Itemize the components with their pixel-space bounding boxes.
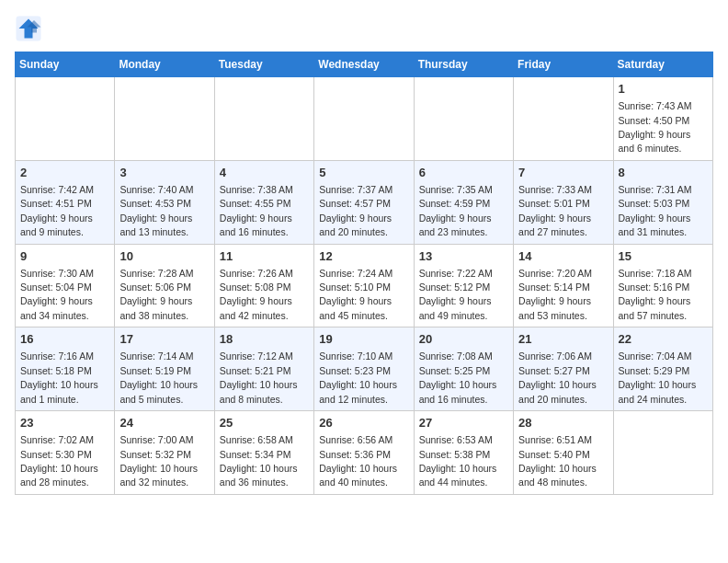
calendar-cell: 12Sunrise: 7:24 AM Sunset: 5:10 PM Dayli… [314,244,414,327]
day-info: Sunrise: 6:58 AM Sunset: 5:34 PM Dayligh… [220,434,301,488]
calendar-cell: 21Sunrise: 7:06 AM Sunset: 5:27 PM Dayli… [514,327,613,411]
day-number: 1 [619,81,708,98]
weekday-header-monday: Monday [115,52,214,77]
day-info: Sunrise: 7:37 AM Sunset: 4:57 PM Dayligh… [319,184,394,237]
day-number: 8 [619,165,708,181]
day-info: Sunrise: 7:31 AM Sunset: 5:03 PM Dayligh… [619,184,694,237]
day-info: Sunrise: 7:14 AM Sunset: 5:19 PM Dayligh… [119,350,200,404]
calendar-week-row: 23Sunrise: 7:02 AM Sunset: 5:30 PM Dayli… [16,411,713,495]
calendar-cell: 20Sunrise: 7:08 AM Sunset: 5:25 PM Dayli… [414,327,513,411]
calendar-cell: 10Sunrise: 7:28 AM Sunset: 5:06 PM Dayli… [115,244,214,327]
weekday-header-friday: Friday [514,52,613,77]
day-info: Sunrise: 7:06 AM Sunset: 5:27 PM Dayligh… [518,350,599,404]
weekday-header-thursday: Thursday [414,52,513,77]
day-info: Sunrise: 7:33 AM Sunset: 5:01 PM Dayligh… [518,184,594,237]
day-number: 9 [20,248,109,265]
day-number: 23 [20,415,109,431]
calendar-cell: 4Sunrise: 7:38 AM Sunset: 4:55 PM Daylig… [214,160,313,244]
calendar-cell: 11Sunrise: 7:26 AM Sunset: 5:08 PM Dayli… [214,244,313,327]
calendar-cell: 17Sunrise: 7:14 AM Sunset: 5:19 PM Dayli… [115,327,214,411]
day-number: 14 [518,248,608,265]
calendar-cell: 3Sunrise: 7:40 AM Sunset: 4:53 PM Daylig… [115,160,214,244]
day-number: 11 [220,248,309,265]
day-number: 25 [220,415,309,431]
day-number: 12 [319,248,408,265]
day-number: 19 [319,331,408,348]
day-info: Sunrise: 6:51 AM Sunset: 5:40 PM Dayligh… [518,434,599,488]
day-info: Sunrise: 7:40 AM Sunset: 4:53 PM Dayligh… [119,184,195,237]
day-number: 13 [419,248,508,265]
day-number: 4 [220,165,309,181]
calendar-cell [414,77,513,161]
day-info: Sunrise: 7:00 AM Sunset: 5:32 PM Dayligh… [119,434,200,488]
day-info: Sunrise: 7:42 AM Sunset: 4:51 PM Dayligh… [20,184,96,237]
calendar-cell [613,411,712,495]
logo [15,15,46,42]
day-info: Sunrise: 7:10 AM Sunset: 5:23 PM Dayligh… [319,350,400,404]
day-info: Sunrise: 6:56 AM Sunset: 5:36 PM Dayligh… [319,434,400,488]
day-info: Sunrise: 7:18 AM Sunset: 5:16 PM Dayligh… [619,268,694,321]
calendar-header-row: SundayMondayTuesdayWednesdayThursdayFrid… [16,52,713,77]
calendar-week-row: 1Sunrise: 7:43 AM Sunset: 4:50 PM Daylig… [16,77,713,161]
day-number: 17 [119,331,209,348]
day-info: Sunrise: 7:12 AM Sunset: 5:21 PM Dayligh… [220,350,301,404]
calendar-cell: 8Sunrise: 7:31 AM Sunset: 5:03 PM Daylig… [613,160,712,244]
day-number: 16 [20,331,109,348]
calendar-cell: 13Sunrise: 7:22 AM Sunset: 5:12 PM Dayli… [414,244,513,327]
day-number: 22 [619,331,708,348]
calendar-cell: 16Sunrise: 7:16 AM Sunset: 5:18 PM Dayli… [16,327,115,411]
calendar-cell: 14Sunrise: 7:20 AM Sunset: 5:14 PM Dayli… [514,244,613,327]
calendar-cell: 2Sunrise: 7:42 AM Sunset: 4:51 PM Daylig… [16,160,115,244]
calendar-cell: 26Sunrise: 6:56 AM Sunset: 5:36 PM Dayli… [314,411,414,495]
day-number: 20 [419,331,508,348]
calendar-cell [214,77,313,161]
day-number: 2 [20,165,109,181]
weekday-header-sunday: Sunday [16,52,115,77]
calendar-cell: 22Sunrise: 7:04 AM Sunset: 5:29 PM Dayli… [613,327,712,411]
day-info: Sunrise: 7:04 AM Sunset: 5:29 PM Dayligh… [619,350,700,404]
day-info: Sunrise: 7:16 AM Sunset: 5:18 PM Dayligh… [20,350,101,404]
calendar-cell: 28Sunrise: 6:51 AM Sunset: 5:40 PM Dayli… [514,411,613,495]
calendar-cell: 15Sunrise: 7:18 AM Sunset: 5:16 PM Dayli… [613,244,712,327]
calendar-cell [16,77,115,161]
calendar-week-row: 9Sunrise: 7:30 AM Sunset: 5:04 PM Daylig… [16,244,713,327]
day-number: 5 [319,165,408,181]
calendar-cell: 9Sunrise: 7:30 AM Sunset: 5:04 PM Daylig… [16,244,115,327]
day-number: 28 [518,415,608,431]
day-number: 21 [518,331,608,348]
day-info: Sunrise: 7:02 AM Sunset: 5:30 PM Dayligh… [20,434,101,488]
day-number: 26 [319,415,408,431]
calendar-cell: 23Sunrise: 7:02 AM Sunset: 5:30 PM Dayli… [16,411,115,495]
calendar-cell: 24Sunrise: 7:00 AM Sunset: 5:32 PM Dayli… [115,411,214,495]
day-number: 24 [119,415,209,431]
day-info: Sunrise: 7:43 AM Sunset: 4:50 PM Dayligh… [619,100,694,154]
calendar-cell: 18Sunrise: 7:12 AM Sunset: 5:21 PM Dayli… [214,327,313,411]
day-info: Sunrise: 7:22 AM Sunset: 5:12 PM Dayligh… [419,268,495,321]
logo-icon [15,15,42,42]
day-info: Sunrise: 7:35 AM Sunset: 4:59 PM Dayligh… [419,184,495,237]
calendar-cell: 6Sunrise: 7:35 AM Sunset: 4:59 PM Daylig… [414,160,513,244]
day-info: Sunrise: 6:53 AM Sunset: 5:38 PM Dayligh… [419,434,500,488]
day-number: 18 [220,331,309,348]
calendar-cell: 27Sunrise: 6:53 AM Sunset: 5:38 PM Dayli… [414,411,513,495]
page-header [15,15,713,42]
day-info: Sunrise: 7:30 AM Sunset: 5:04 PM Dayligh… [20,268,96,321]
day-number: 3 [119,165,209,181]
calendar-cell: 25Sunrise: 6:58 AM Sunset: 5:34 PM Dayli… [214,411,313,495]
weekday-header-saturday: Saturday [613,52,712,77]
calendar-cell [314,77,414,161]
day-info: Sunrise: 7:20 AM Sunset: 5:14 PM Dayligh… [518,268,594,321]
day-number: 27 [419,415,508,431]
day-info: Sunrise: 7:28 AM Sunset: 5:06 PM Dayligh… [119,268,195,321]
weekday-header-tuesday: Tuesday [214,52,313,77]
day-number: 6 [419,165,508,181]
calendar-week-row: 2Sunrise: 7:42 AM Sunset: 4:51 PM Daylig… [16,160,713,244]
calendar-cell: 5Sunrise: 7:37 AM Sunset: 4:57 PM Daylig… [314,160,414,244]
calendar-cell: 19Sunrise: 7:10 AM Sunset: 5:23 PM Dayli… [314,327,414,411]
day-info: Sunrise: 7:24 AM Sunset: 5:10 PM Dayligh… [319,268,394,321]
weekday-header-wednesday: Wednesday [314,52,414,77]
calendar-cell [115,77,214,161]
day-info: Sunrise: 7:08 AM Sunset: 5:25 PM Dayligh… [419,350,500,404]
day-number: 7 [518,165,608,181]
day-number: 10 [119,248,209,265]
